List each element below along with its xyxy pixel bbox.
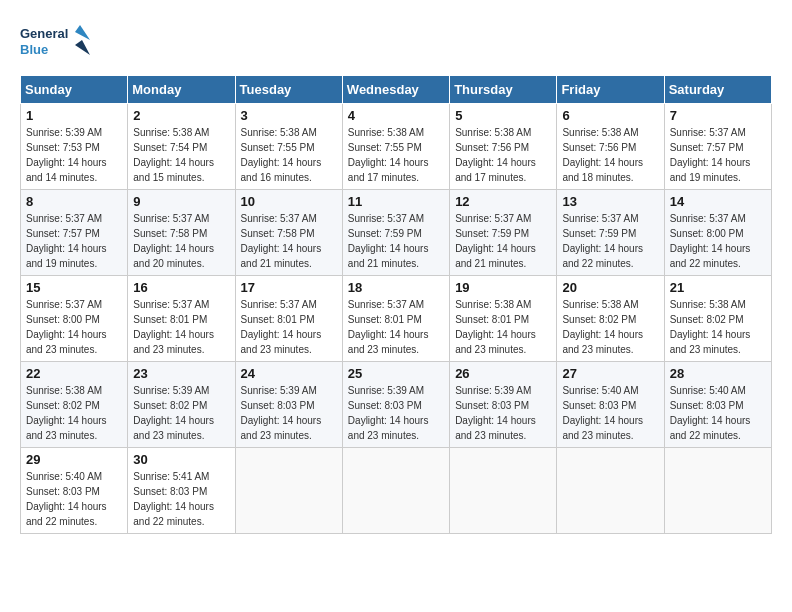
sunrise-label: Sunrise: 5:37 AM	[670, 127, 746, 138]
day-number: 11	[348, 194, 444, 209]
sunset-label: Sunset: 8:02 PM	[562, 314, 636, 325]
day-info: Sunrise: 5:37 AM Sunset: 7:58 PM Dayligh…	[241, 211, 337, 271]
day-info: Sunrise: 5:40 AM Sunset: 8:03 PM Dayligh…	[562, 383, 658, 443]
calendar-cell: 19 Sunrise: 5:38 AM Sunset: 8:01 PM Dayl…	[450, 276, 557, 362]
day-info: Sunrise: 5:37 AM Sunset: 8:00 PM Dayligh…	[670, 211, 766, 271]
calendar-cell: 2 Sunrise: 5:38 AM Sunset: 7:54 PM Dayli…	[128, 104, 235, 190]
sunset-label: Sunset: 8:02 PM	[133, 400, 207, 411]
daylight-label: Daylight: 14 hours and 23 minutes.	[670, 329, 751, 355]
logo-icon: General Blue	[20, 20, 90, 65]
sunrise-label: Sunrise: 5:40 AM	[670, 385, 746, 396]
sunset-label: Sunset: 7:55 PM	[241, 142, 315, 153]
day-number: 19	[455, 280, 551, 295]
sunrise-label: Sunrise: 5:38 AM	[348, 127, 424, 138]
calendar-cell: 23 Sunrise: 5:39 AM Sunset: 8:02 PM Dayl…	[128, 362, 235, 448]
calendar-cell	[342, 448, 449, 534]
calendar-cell: 4 Sunrise: 5:38 AM Sunset: 7:55 PM Dayli…	[342, 104, 449, 190]
sunset-label: Sunset: 7:59 PM	[455, 228, 529, 239]
day-number: 6	[562, 108, 658, 123]
calendar-cell: 20 Sunrise: 5:38 AM Sunset: 8:02 PM Dayl…	[557, 276, 664, 362]
calendar-week-row: 15 Sunrise: 5:37 AM Sunset: 8:00 PM Dayl…	[21, 276, 772, 362]
daylight-label: Daylight: 14 hours and 21 minutes.	[455, 243, 536, 269]
daylight-label: Daylight: 14 hours and 17 minutes.	[455, 157, 536, 183]
sunset-label: Sunset: 8:03 PM	[455, 400, 529, 411]
sunset-label: Sunset: 7:57 PM	[26, 228, 100, 239]
day-number: 26	[455, 366, 551, 381]
sunset-label: Sunset: 8:01 PM	[133, 314, 207, 325]
calendar-week-row: 22 Sunrise: 5:38 AM Sunset: 8:02 PM Dayl…	[21, 362, 772, 448]
sunset-label: Sunset: 8:01 PM	[241, 314, 315, 325]
day-number: 10	[241, 194, 337, 209]
sunrise-label: Sunrise: 5:38 AM	[241, 127, 317, 138]
sunrise-label: Sunrise: 5:37 AM	[562, 213, 638, 224]
day-info: Sunrise: 5:37 AM Sunset: 7:59 PM Dayligh…	[455, 211, 551, 271]
day-number: 15	[26, 280, 122, 295]
calendar-cell: 5 Sunrise: 5:38 AM Sunset: 7:56 PM Dayli…	[450, 104, 557, 190]
day-number: 16	[133, 280, 229, 295]
sunrise-label: Sunrise: 5:39 AM	[348, 385, 424, 396]
calendar-cell	[450, 448, 557, 534]
day-number: 12	[455, 194, 551, 209]
svg-text:General: General	[20, 26, 68, 41]
day-info: Sunrise: 5:37 AM Sunset: 8:01 PM Dayligh…	[133, 297, 229, 357]
daylight-label: Daylight: 14 hours and 20 minutes.	[133, 243, 214, 269]
day-number: 2	[133, 108, 229, 123]
calendar-cell: 17 Sunrise: 5:37 AM Sunset: 8:01 PM Dayl…	[235, 276, 342, 362]
daylight-label: Daylight: 14 hours and 18 minutes.	[562, 157, 643, 183]
day-number: 29	[26, 452, 122, 467]
day-number: 25	[348, 366, 444, 381]
calendar-body: 1 Sunrise: 5:39 AM Sunset: 7:53 PM Dayli…	[21, 104, 772, 534]
day-number: 4	[348, 108, 444, 123]
day-number: 1	[26, 108, 122, 123]
sunrise-label: Sunrise: 5:37 AM	[348, 213, 424, 224]
sunrise-label: Sunrise: 5:39 AM	[26, 127, 102, 138]
day-info: Sunrise: 5:37 AM Sunset: 8:01 PM Dayligh…	[348, 297, 444, 357]
sunset-label: Sunset: 8:03 PM	[26, 486, 100, 497]
daylight-label: Daylight: 14 hours and 23 minutes.	[348, 329, 429, 355]
weekday-header-cell: Thursday	[450, 76, 557, 104]
daylight-label: Daylight: 14 hours and 16 minutes.	[241, 157, 322, 183]
day-info: Sunrise: 5:37 AM Sunset: 7:59 PM Dayligh…	[348, 211, 444, 271]
day-info: Sunrise: 5:39 AM Sunset: 8:02 PM Dayligh…	[133, 383, 229, 443]
sunrise-label: Sunrise: 5:41 AM	[133, 471, 209, 482]
calendar-cell: 30 Sunrise: 5:41 AM Sunset: 8:03 PM Dayl…	[128, 448, 235, 534]
calendar-cell: 13 Sunrise: 5:37 AM Sunset: 7:59 PM Dayl…	[557, 190, 664, 276]
daylight-label: Daylight: 14 hours and 23 minutes.	[562, 329, 643, 355]
sunset-label: Sunset: 7:58 PM	[133, 228, 207, 239]
sunrise-label: Sunrise: 5:40 AM	[562, 385, 638, 396]
day-info: Sunrise: 5:39 AM Sunset: 8:03 PM Dayligh…	[455, 383, 551, 443]
daylight-label: Daylight: 14 hours and 23 minutes.	[455, 415, 536, 441]
day-info: Sunrise: 5:38 AM Sunset: 7:55 PM Dayligh…	[348, 125, 444, 185]
sunrise-label: Sunrise: 5:37 AM	[348, 299, 424, 310]
weekday-header-cell: Sunday	[21, 76, 128, 104]
calendar-cell: 26 Sunrise: 5:39 AM Sunset: 8:03 PM Dayl…	[450, 362, 557, 448]
sunrise-label: Sunrise: 5:39 AM	[241, 385, 317, 396]
day-info: Sunrise: 5:37 AM Sunset: 7:57 PM Dayligh…	[670, 125, 766, 185]
sunset-label: Sunset: 8:03 PM	[562, 400, 636, 411]
sunset-label: Sunset: 8:03 PM	[348, 400, 422, 411]
calendar-cell: 16 Sunrise: 5:37 AM Sunset: 8:01 PM Dayl…	[128, 276, 235, 362]
sunrise-label: Sunrise: 5:38 AM	[670, 299, 746, 310]
daylight-label: Daylight: 14 hours and 19 minutes.	[670, 157, 751, 183]
sunrise-label: Sunrise: 5:37 AM	[455, 213, 531, 224]
sunset-label: Sunset: 8:00 PM	[26, 314, 100, 325]
calendar-cell	[664, 448, 771, 534]
daylight-label: Daylight: 14 hours and 23 minutes.	[26, 415, 107, 441]
day-info: Sunrise: 5:37 AM Sunset: 8:01 PM Dayligh…	[241, 297, 337, 357]
sunrise-label: Sunrise: 5:38 AM	[26, 385, 102, 396]
day-number: 7	[670, 108, 766, 123]
calendar-cell: 24 Sunrise: 5:39 AM Sunset: 8:03 PM Dayl…	[235, 362, 342, 448]
sunset-label: Sunset: 8:01 PM	[348, 314, 422, 325]
sunset-label: Sunset: 8:02 PM	[670, 314, 744, 325]
sunset-label: Sunset: 7:56 PM	[562, 142, 636, 153]
calendar-cell: 21 Sunrise: 5:38 AM Sunset: 8:02 PM Dayl…	[664, 276, 771, 362]
calendar-week-row: 29 Sunrise: 5:40 AM Sunset: 8:03 PM Dayl…	[21, 448, 772, 534]
day-number: 24	[241, 366, 337, 381]
day-info: Sunrise: 5:37 AM Sunset: 7:59 PM Dayligh…	[562, 211, 658, 271]
daylight-label: Daylight: 14 hours and 19 minutes.	[26, 243, 107, 269]
calendar-cell: 14 Sunrise: 5:37 AM Sunset: 8:00 PM Dayl…	[664, 190, 771, 276]
daylight-label: Daylight: 14 hours and 23 minutes.	[26, 329, 107, 355]
calendar-table: SundayMondayTuesdayWednesdayThursdayFrid…	[20, 75, 772, 534]
sunset-label: Sunset: 7:56 PM	[455, 142, 529, 153]
sunset-label: Sunset: 8:03 PM	[241, 400, 315, 411]
